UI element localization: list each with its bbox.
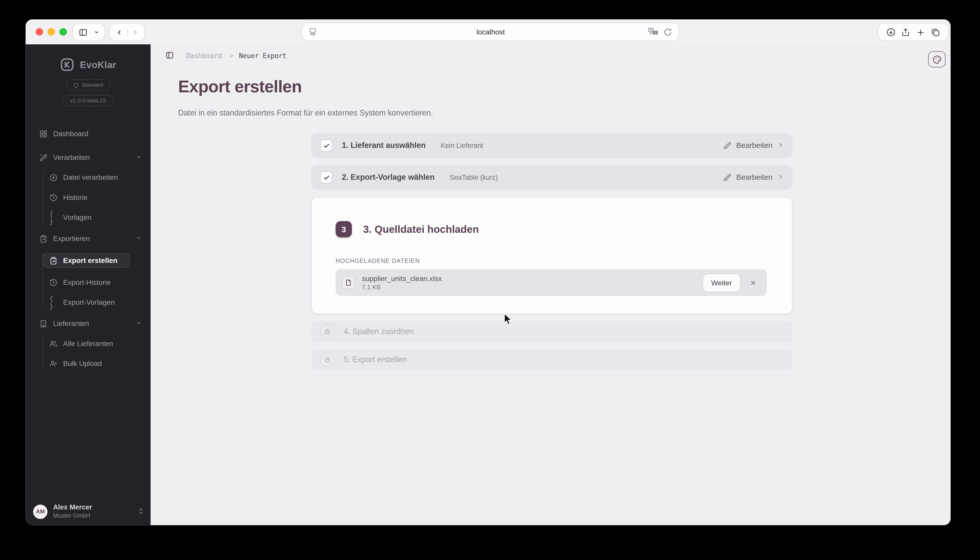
plus-circle-icon (49, 173, 57, 182)
uploaded-files-label: HOCHGELADENE DATEIEN (336, 257, 767, 264)
sidebar-toggle-group (73, 24, 104, 40)
breadcrumb-separator: > (230, 52, 233, 58)
sidebar-item-label: Historie (63, 193, 87, 201)
chevron-down-icon (135, 320, 142, 327)
chevron-down-icon[interactable] (94, 29, 99, 35)
step-1-title: 1. Lieferant auswählen (342, 141, 426, 150)
page-title: Export erstellen (178, 78, 302, 97)
sidebar-item-label: Datei verarbeiten (63, 174, 118, 181)
close-window-button[interactable] (36, 28, 43, 35)
step-5-title: 5. Export erstellen (344, 355, 407, 364)
breadcrumb-parent[interactable]: Dashboard (186, 52, 222, 59)
braces-icon: { } (49, 210, 57, 225)
screen: localhost A文 (0, 0, 980, 560)
pencil-icon (724, 174, 731, 181)
theme-palette-button[interactable] (928, 51, 946, 68)
step-1-value: Kein Lieferant (441, 142, 483, 149)
downloads-icon[interactable] (886, 28, 896, 37)
zoom-window-button[interactable] (59, 28, 67, 35)
user-company: Muster GmbH (53, 512, 92, 520)
sidebar-item-label: Bulk Upload (63, 360, 102, 367)
step-4-row: 4. Spalten zuordnen (311, 321, 793, 342)
back-button[interactable] (115, 28, 123, 36)
sidebar-item-export-vorlagen[interactable]: { } Export-Vorlagen (49, 297, 142, 308)
sidebar-item-alle-lieferanten[interactable]: Alle Lieferanten (49, 338, 142, 349)
uploaded-file-row: supplier_units_clean.xlsx 7.1 KB Weiter (336, 269, 767, 296)
address-bar[interactable]: localhost A文 (303, 23, 679, 41)
version-badge: v1.0.0-beta.15 (62, 95, 114, 106)
user-plus-icon (49, 359, 57, 367)
sidebar-section-verarbeiten[interactable]: Verarbeiten (39, 152, 142, 163)
chevrons-up-down-icon (137, 506, 144, 517)
chevron-right-icon (778, 173, 784, 182)
sidebar-item-vorlagen[interactable]: { } Vorlagen (49, 212, 142, 223)
check-icon (320, 171, 333, 183)
history-nav-group (110, 24, 144, 40)
chevron-down-icon (135, 235, 142, 242)
sidebar-item-export-historie[interactable]: Export-Historie (49, 277, 142, 288)
share-icon[interactable] (901, 28, 910, 37)
sidebar-item-export-erstellen[interactable]: Export erstellen (43, 253, 130, 268)
traffic-lights (36, 28, 67, 35)
step-2-title: 2. Export-Vorlage wählen (342, 173, 435, 182)
forward-button[interactable] (131, 28, 139, 36)
file-name: supplier_units_clean.xlsx (362, 274, 442, 283)
avatar: AM (33, 504, 47, 519)
sidebar-item-label: Verarbeiten (53, 153, 90, 161)
version-label: v1.0.0-beta.15 (70, 97, 106, 103)
sidebar-item-label: Vorlagen (63, 214, 91, 221)
url-text[interactable]: localhost (477, 28, 505, 35)
page-subtitle: Datei in ein standardisiertes Format für… (178, 108, 433, 117)
step-4-title: 4. Spalten zuordnen (344, 327, 414, 336)
panel-toggle-icon[interactable] (166, 51, 174, 59)
reader-view-icon[interactable] (309, 28, 317, 36)
braces-icon: { } (49, 295, 57, 310)
tab-overview-icon[interactable] (930, 28, 940, 37)
sidebar-item-label: Dashboard (53, 130, 88, 137)
sidebar-item-label: Export erstellen (63, 257, 117, 264)
sidebar-item-label: Export-Vorlagen (63, 298, 115, 306)
wand-icon (39, 153, 47, 162)
remove-file-button[interactable] (749, 279, 757, 286)
step-1-edit-button[interactable]: Bearbeiten (724, 141, 784, 150)
chevron-down-icon (135, 153, 142, 161)
toolbar-divider (127, 28, 127, 37)
step-2-row: 2. Export-Vorlage wählen SeaTable (kurz)… (311, 165, 793, 190)
sidebar-section-lieferanten[interactable]: Lieferanten (39, 318, 142, 329)
sidebar-item-bulk-upload[interactable]: Bulk Upload (49, 358, 142, 369)
file-icon (342, 276, 355, 289)
plan-badge-label: Standard (82, 82, 103, 88)
user-menu[interactable]: AM Alex Mercer Muster GmbH (33, 503, 144, 520)
step-number-badge: 3 (336, 221, 352, 237)
users-icon (49, 339, 57, 348)
minimize-window-button[interactable] (47, 28, 55, 35)
mouse-cursor (504, 313, 513, 328)
history-icon (49, 278, 57, 287)
step-2-edit-button[interactable]: Bearbeiten (724, 173, 784, 182)
reload-icon[interactable] (664, 28, 672, 36)
step-3-title: 3. Quelldatei hochladen (363, 223, 479, 235)
edit-label: Bearbeiten (736, 141, 773, 150)
history-icon (49, 193, 57, 202)
continue-button[interactable]: Weiter (702, 273, 741, 292)
step-1-row: 1. Lieferant auswählen Kein Lieferant Be… (311, 133, 793, 158)
sidebar-item-dashboard[interactable]: Dashboard (39, 128, 142, 139)
shield-icon (73, 82, 79, 88)
dashboard-icon (39, 130, 47, 138)
sidebar-item-historie[interactable]: Historie (49, 192, 142, 203)
breadcrumb: Dashboard > Neuer Export (166, 51, 286, 59)
step-3-card: 3 3. Quelldatei hochladen HOCHGELADENE D… (311, 197, 793, 314)
close-icon (749, 279, 757, 286)
sidebar-item-datei-verarbeiten[interactable]: Datei verarbeiten (49, 172, 142, 183)
toolbar-actions-group (878, 24, 948, 40)
sidebar-section-exportieren[interactable]: Exportieren (39, 233, 142, 244)
sidebar-item-label: Exportieren (53, 235, 90, 242)
evoklar-logo-icon (60, 57, 74, 72)
clipboard-export-icon (39, 235, 47, 243)
exportieren-subnav: Export erstellen Export-Historie { } Exp… (43, 253, 142, 308)
palette-icon (932, 55, 942, 64)
new-tab-icon[interactable] (916, 28, 925, 37)
browser-sidebar-icon[interactable] (79, 28, 87, 37)
translate-icon[interactable]: A文 (648, 28, 658, 36)
chevron-right-icon (778, 141, 784, 150)
